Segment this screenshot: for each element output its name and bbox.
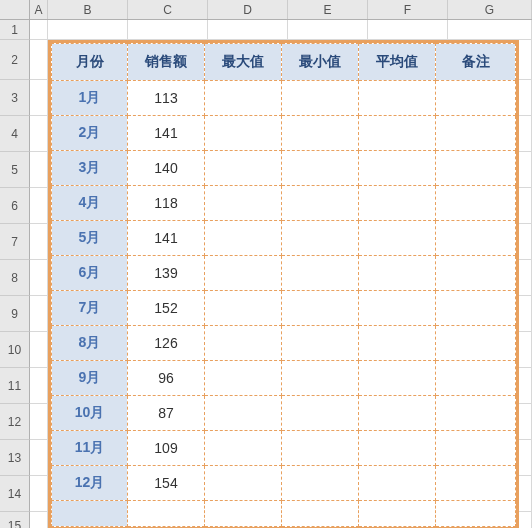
cell-month[interactable]: 4月 (52, 186, 128, 221)
cell-avg[interactable] (359, 466, 436, 501)
cell-sales[interactable]: 141 (128, 221, 205, 256)
cell-sales[interactable]: 87 (128, 396, 205, 431)
row-header[interactable]: 1 (0, 20, 30, 40)
cell-max[interactable] (205, 361, 282, 396)
col-header-A[interactable]: A (30, 0, 48, 19)
row-header[interactable]: 11 (0, 368, 30, 404)
cell-avg[interactable] (359, 256, 436, 291)
cell-month[interactable]: 2月 (52, 116, 128, 151)
cell-month[interactable]: 6月 (52, 256, 128, 291)
col-header-D[interactable]: D (208, 0, 288, 19)
row-header[interactable]: 2 (0, 40, 30, 80)
row-header[interactable]: 9 (0, 296, 30, 332)
cell-avg[interactable] (359, 186, 436, 221)
grid-cell[interactable] (30, 224, 48, 260)
cell-note[interactable] (436, 361, 516, 396)
cell-sales[interactable]: 126 (128, 326, 205, 361)
cell-min[interactable] (282, 291, 359, 326)
cell-blank[interactable] (128, 501, 205, 527)
cell-month[interactable]: 3月 (52, 151, 128, 186)
cell-min[interactable] (282, 116, 359, 151)
cell-month[interactable]: 8月 (52, 326, 128, 361)
grid-cell[interactable] (30, 440, 48, 476)
cell-sales[interactable]: 113 (128, 81, 205, 116)
row-header[interactable]: 13 (0, 440, 30, 476)
cell-sales[interactable]: 96 (128, 361, 205, 396)
grid-cell[interactable] (30, 80, 48, 116)
cell-max[interactable] (205, 186, 282, 221)
cell-max[interactable] (205, 466, 282, 501)
cell-min[interactable] (282, 221, 359, 256)
cell-sales[interactable]: 139 (128, 256, 205, 291)
cell-blank[interactable] (205, 501, 282, 527)
cell-note[interactable] (436, 291, 516, 326)
cell-min[interactable] (282, 81, 359, 116)
cell-note[interactable] (436, 431, 516, 466)
cell-avg[interactable] (359, 291, 436, 326)
cell-min[interactable] (282, 186, 359, 221)
cell-avg[interactable] (359, 221, 436, 256)
cell-month[interactable]: 12月 (52, 466, 128, 501)
cell-blank[interactable] (52, 501, 128, 527)
cell-min[interactable] (282, 361, 359, 396)
cell-max[interactable] (205, 81, 282, 116)
cell-blank[interactable] (359, 501, 436, 527)
row-header[interactable]: 8 (0, 260, 30, 296)
cell-month[interactable]: 11月 (52, 431, 128, 466)
cell-min[interactable] (282, 326, 359, 361)
cell-month[interactable]: 9月 (52, 361, 128, 396)
row-header[interactable]: 4 (0, 116, 30, 152)
grid-cell[interactable] (288, 20, 368, 40)
cell-avg[interactable] (359, 151, 436, 186)
row-header[interactable]: 14 (0, 476, 30, 512)
cell-avg[interactable] (359, 116, 436, 151)
cell-min[interactable] (282, 256, 359, 291)
grid-cell[interactable] (128, 20, 208, 40)
cell-max[interactable] (205, 116, 282, 151)
grid-cell[interactable] (30, 296, 48, 332)
cell-max[interactable] (205, 326, 282, 361)
grid-cell[interactable] (30, 40, 48, 80)
cell-note[interactable] (436, 256, 516, 291)
cell-month[interactable]: 1月 (52, 81, 128, 116)
cell-sales[interactable]: 118 (128, 186, 205, 221)
col-header-B[interactable]: B (48, 0, 128, 19)
grid-cell[interactable] (368, 20, 448, 40)
th-note[interactable]: 备注 (436, 44, 516, 81)
cell-note[interactable] (436, 151, 516, 186)
th-avg[interactable]: 平均值 (359, 44, 436, 81)
cell-sales[interactable]: 109 (128, 431, 205, 466)
col-header-C[interactable]: C (128, 0, 208, 19)
grid-cell[interactable] (30, 152, 48, 188)
cell-month[interactable]: 10月 (52, 396, 128, 431)
cell-avg[interactable] (359, 81, 436, 116)
grid-cell[interactable] (30, 476, 48, 512)
th-month[interactable]: 月份 (52, 44, 128, 81)
spreadsheet[interactable]: A B C D E F G 123456789101112131415 月份 销… (0, 0, 532, 528)
cell-avg[interactable] (359, 361, 436, 396)
cell-month[interactable]: 7月 (52, 291, 128, 326)
cell-note[interactable] (436, 396, 516, 431)
col-header-E[interactable]: E (288, 0, 368, 19)
cell-min[interactable] (282, 396, 359, 431)
grid-cell[interactable] (30, 188, 48, 224)
row-header[interactable]: 5 (0, 152, 30, 188)
grid-cell[interactable] (30, 260, 48, 296)
cell-note[interactable] (436, 81, 516, 116)
cell-note[interactable] (436, 221, 516, 256)
row-header[interactable]: 6 (0, 188, 30, 224)
cell-max[interactable] (205, 221, 282, 256)
th-min[interactable]: 最小值 (282, 44, 359, 81)
cell-note[interactable] (436, 186, 516, 221)
select-all-corner[interactable] (0, 0, 30, 19)
cell-sales[interactable]: 152 (128, 291, 205, 326)
cell-blank[interactable] (282, 501, 359, 527)
cell-max[interactable] (205, 256, 282, 291)
grid-cell[interactable] (30, 332, 48, 368)
cell-min[interactable] (282, 466, 359, 501)
grid-cell[interactable] (448, 20, 532, 40)
grid-cell[interactable] (208, 20, 288, 40)
cell-max[interactable] (205, 396, 282, 431)
row-header[interactable]: 7 (0, 224, 30, 260)
grid-cell[interactable] (30, 404, 48, 440)
